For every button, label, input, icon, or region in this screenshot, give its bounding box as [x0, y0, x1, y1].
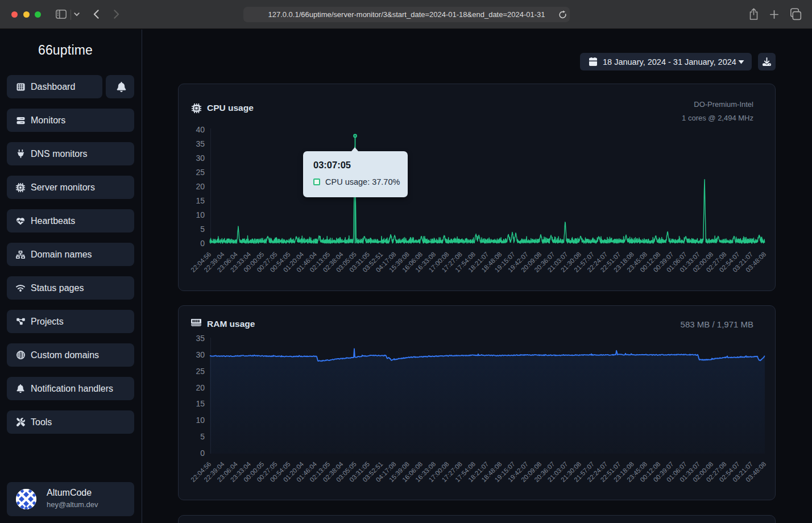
svg-text:0: 0: [200, 449, 205, 458]
svg-text:10: 10: [196, 416, 205, 425]
svg-text:25: 25: [196, 168, 205, 177]
svg-text:5: 5: [200, 432, 205, 441]
svg-text:20: 20: [196, 182, 205, 191]
svg-text:35: 35: [196, 334, 205, 343]
svg-text:5: 5: [200, 225, 205, 234]
svg-text:35: 35: [196, 139, 205, 148]
svg-text:0: 0: [200, 239, 205, 248]
svg-text:10: 10: [196, 210, 205, 219]
svg-text:20: 20: [196, 383, 205, 392]
svg-text:30: 30: [196, 153, 205, 163]
svg-text:15: 15: [196, 196, 205, 205]
svg-text:15: 15: [196, 399, 205, 408]
svg-text:30: 30: [196, 350, 205, 359]
svg-text:25: 25: [196, 367, 205, 376]
svg-text:40: 40: [196, 125, 205, 134]
